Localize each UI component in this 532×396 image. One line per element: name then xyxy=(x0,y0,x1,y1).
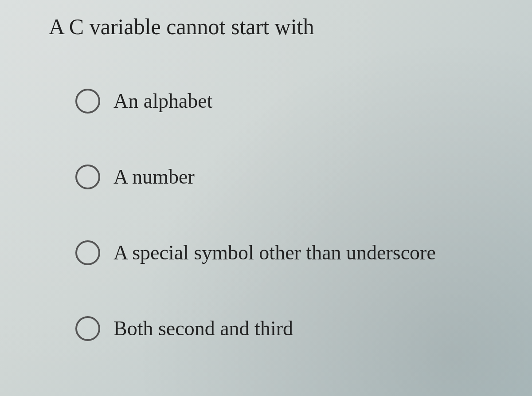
option-1[interactable]: An alphabet xyxy=(75,89,519,114)
option-4[interactable]: Both second and third xyxy=(75,316,519,341)
option-3[interactable]: A special symbol other than underscore xyxy=(75,240,519,265)
radio-icon[interactable] xyxy=(75,89,100,114)
option-3-label: A special symbol other than underscore xyxy=(113,242,436,264)
options-group: An alphabet A number A special symbol ot… xyxy=(75,89,519,341)
option-2-label: A number xyxy=(113,166,195,188)
radio-icon[interactable] xyxy=(75,316,100,341)
radio-icon[interactable] xyxy=(75,240,100,265)
option-1-label: An alphabet xyxy=(113,90,213,113)
radio-icon[interactable] xyxy=(75,165,100,189)
option-4-label: Both second and third xyxy=(113,318,293,340)
question-text: A C variable cannot start with xyxy=(49,13,314,40)
option-2[interactable]: A number xyxy=(75,165,519,189)
